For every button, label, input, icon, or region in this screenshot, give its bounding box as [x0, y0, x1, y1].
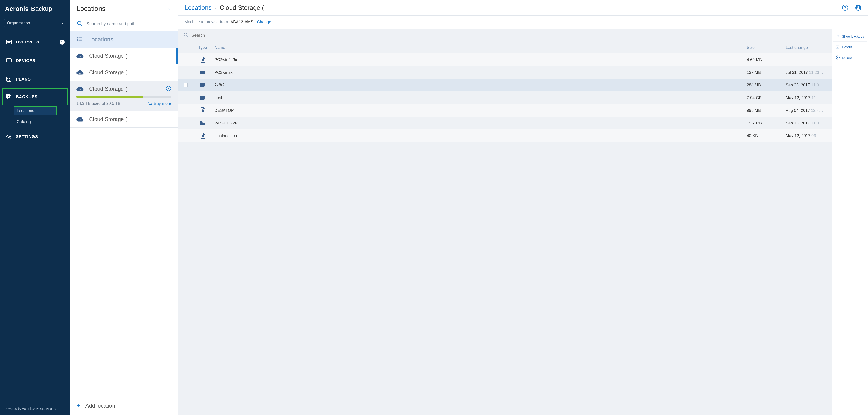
machine-change-link[interactable]: Change	[257, 20, 271, 24]
sidebar: Acronis Backup Organization ▾ OVERVIEW 1…	[0, 0, 70, 415]
action-delete[interactable]: Delete	[833, 52, 867, 63]
row-name: PC2win2k	[214, 70, 744, 75]
nav-plans-label: PLANS	[16, 77, 31, 82]
cloud-icon	[76, 86, 84, 92]
nav-settings-label: SETTINGS	[16, 135, 38, 139]
devices-icon	[5, 57, 12, 64]
row-checkbox[interactable]	[184, 83, 188, 87]
row-last-change: Aug 04, 2017 12:4…	[786, 108, 827, 113]
breadcrumb-root[interactable]: Locations	[185, 4, 212, 11]
nav-sub-locations[interactable]: Locations	[13, 106, 57, 115]
action-show-backups[interactable]: Show backups	[833, 31, 867, 42]
nav-devices[interactable]: DEVICES	[0, 51, 70, 70]
browse-row[interactable]: post 7.04 GB May 12, 2017 11:…	[178, 91, 832, 104]
file-lock-icon	[194, 57, 212, 63]
row-name: PC2win2k3x…	[214, 57, 744, 62]
browse-columns-header: Type Name Size Last change	[178, 42, 832, 53]
browse-row[interactable]: WIN-UDG2P… 19.2 MB Sep 13, 2017 11:0…	[178, 117, 832, 129]
browse-row[interactable]: PC2win2k3x… 4.69 MB	[178, 53, 832, 66]
browse-row[interactable]: DESKTOP 998 MB Aug 04, 2017 12:4…	[178, 104, 832, 117]
location-item[interactable]: Cloud Storage (	[70, 48, 178, 64]
close-icon[interactable]	[166, 86, 171, 92]
add-location-label: Add location	[86, 403, 115, 409]
row-last-change: Sep 23, 2017 11:0…	[786, 83, 827, 88]
nav-plans[interactable]: PLANS	[0, 70, 70, 88]
help-icon[interactable]	[842, 4, 848, 11]
nav-settings[interactable]: SETTINGS	[0, 127, 70, 146]
drive-icon	[194, 69, 212, 76]
svg-text:Acronis: Acronis	[5, 5, 29, 12]
row-name: WIN-UDG2P…	[214, 121, 744, 126]
drive-icon	[194, 95, 212, 101]
browse-row[interactable]: 2k8r2 284 MB Sep 23, 2017 11:0…	[178, 79, 832, 91]
header-actions	[842, 4, 862, 11]
nav-backups-subitems: Locations Catalog	[0, 106, 70, 127]
main-panel: Locations › Cloud Storage ( Machine to b…	[178, 0, 868, 415]
organization-label: Organization	[7, 21, 30, 26]
locations-panel: Locations ‹ Locations Cloud Storage ( Cl…	[70, 0, 178, 415]
row-last-change: May 12, 2017 11:…	[786, 95, 827, 100]
cloud-icon	[76, 53, 84, 59]
search-icon	[76, 20, 82, 27]
account-icon[interactable]	[855, 4, 862, 11]
row-size: 40 KB	[747, 134, 783, 138]
row-size: 7.04 GB	[747, 95, 783, 100]
row-last-change: Jul 31, 2017 11:23…	[786, 70, 827, 75]
row-last-change: Sep 13, 2017 11:0…	[786, 121, 827, 126]
search-icon	[183, 32, 188, 38]
nav-overview-label: OVERVIEW	[16, 40, 39, 45]
browse-row[interactable]: localhost.loc… 40 KB May 12, 2017 06:…	[178, 129, 832, 142]
cloud-icon	[76, 70, 84, 75]
action-panel: Show backups Details Delete	[832, 29, 868, 415]
browse-list: Type Name Size Last change PC2win2k3x… 4…	[178, 29, 832, 415]
col-name[interactable]: Name	[214, 45, 744, 50]
organization-selector[interactable]: Organization ▾	[4, 19, 66, 27]
usage-bar	[76, 96, 171, 97]
locations-root[interactable]: Locations	[70, 31, 178, 48]
locations-title: Locations	[76, 5, 105, 12]
sidebar-footer: Powered by Acronis AnyData Engine	[0, 403, 70, 412]
svg-text:Backup: Backup	[31, 5, 52, 12]
settings-icon	[5, 133, 12, 140]
locations-list: Cloud Storage ( Cloud Storage ( Cloud St…	[70, 48, 178, 396]
location-name: Cloud Storage (	[89, 116, 127, 122]
row-size: 137 MB	[747, 70, 783, 75]
collapse-panel-button[interactable]: ‹	[166, 4, 172, 12]
nav-backups[interactable]: BACKUPS	[2, 88, 68, 105]
file-lock-icon	[194, 132, 212, 139]
file-lock-icon	[194, 107, 212, 114]
row-size: 998 MB	[747, 108, 783, 113]
locations-root-label: Locations	[88, 36, 113, 43]
breadcrumb-current: Cloud Storage (	[220, 4, 264, 11]
buy-more-link[interactable]: Buy more	[148, 101, 171, 106]
chevron-right-icon: ›	[215, 5, 216, 11]
location-item[interactable]: Cloud Storage ( 14.3 TB used of 20.5 TB …	[70, 81, 178, 111]
overview-icon	[5, 39, 12, 46]
action-details[interactable]: Details	[833, 42, 867, 52]
location-item[interactable]: Cloud Storage (	[70, 64, 178, 81]
nav-overview[interactable]: OVERVIEW 1	[0, 33, 70, 51]
action-delete-label: Delete	[842, 56, 852, 60]
location-name: Cloud Storage (	[89, 86, 127, 92]
col-type[interactable]: Type	[194, 45, 212, 50]
action-details-label: Details	[842, 45, 852, 49]
machine-name: ABA12-AMS	[230, 20, 253, 24]
locations-search	[70, 17, 178, 31]
nav-sub-catalog[interactable]: Catalog	[0, 116, 70, 127]
location-item[interactable]: Cloud Storage (	[70, 111, 178, 128]
col-last[interactable]: Last change	[786, 45, 827, 50]
plus-icon: +	[76, 402, 81, 410]
breadcrumb: Locations › Cloud Storage (	[185, 4, 264, 11]
usage-text: 14.3 TB used of 20.5 TB	[76, 101, 120, 106]
browse-rows: PC2win2k3x… 4.69 MB PC2win2k 137 MB Jul …	[178, 53, 832, 142]
locations-panel-header: Locations ‹	[70, 0, 178, 17]
backups-icon	[5, 93, 12, 100]
browse-search-input[interactable]	[191, 33, 827, 38]
add-location-button[interactable]: + Add location	[70, 396, 178, 415]
cloud-icon	[76, 117, 84, 122]
browse-row[interactable]: PC2win2k 137 MB Jul 31, 2017 11:23…	[178, 66, 832, 79]
locations-search-input[interactable]	[86, 21, 172, 26]
col-size[interactable]: Size	[747, 45, 783, 50]
action-show-backups-label: Show backups	[842, 34, 864, 38]
nav-devices-label: DEVICES	[16, 58, 35, 63]
